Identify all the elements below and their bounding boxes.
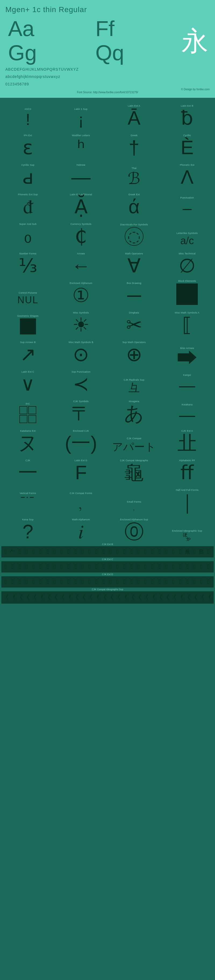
cjkcompatideographssup-label: CJK Compat Ideographs Sup (2, 587, 213, 591)
glyph-halffullfoms: Half And Full Forms ｜ (161, 483, 214, 513)
glyph-cyrillic: Cyrillic È (161, 129, 214, 158)
glyph-greek: Greek † (107, 129, 161, 158)
glyph-miscsymbols: Misc Symbols ☀ (54, 306, 108, 336)
cjkextb-section: CJK Ext B 𠂇 𠂉 𠂊 𠂋 𠂌 𠂍 𠂎 𠂏 𠂐 𠂑 𠂒 𠂓 𠂔 𠂕 𠂖 … (2, 542, 213, 557)
glyph-cyrillicsup: Cyrillic Sup ԁ (2, 158, 54, 188)
glyph-mathalphanum: Math Alphanum 𝑖 (54, 513, 108, 542)
glyph-latinextadd: Latin Ext Additional Ặ (54, 188, 108, 217)
glyph-mathops: Math Operators ∀ (107, 247, 161, 277)
glyph-blockelements: Block Elements (161, 277, 214, 306)
glyph-suppunctuation: Sup Punctuation ≺ (54, 365, 108, 395)
font-source: Font Source: http://www.fontke.com/font/… (5, 91, 210, 94)
glyph-miscmathb: Misc Math Symbols B ⊙ (54, 336, 108, 365)
font-title: Mgen+ 1c thin Regular (5, 5, 210, 14)
cjkextd-label: CJK Ext D (2, 573, 213, 576)
glyph-modletters: Modifier Letters ʰ (54, 129, 108, 158)
glyph-misctechnical: Misc Technical ∅ (161, 247, 214, 277)
char-aa: Aa (5, 17, 93, 41)
glyph-miscarrows: Misc Arrows (161, 336, 214, 365)
glyph-thai: Thai ℬ (107, 158, 161, 188)
glyph-ipaext: IPA Ext ɛ (2, 129, 54, 158)
glyph-katakanaext: Katakana Ext ヌ (2, 424, 54, 454)
glyph-enclideogsup: Enclosed Ideographic Sup 🈀 (161, 513, 214, 542)
glyph-miscmatha: Misc Math Symbols A ⟦ (161, 306, 214, 336)
header-section: Mgen+ 1c thin Regular Aa Ff Gg Qq 永 ABCD… (0, 0, 215, 98)
char-qq: Qq (93, 41, 180, 65)
cjkextb-banner: 𠂇 𠂉 𠂊 𠂋 𠂌 𠂍 𠂎 𠂏 𠂐 𠂑 𠂒 𠂓 𠂔 𠂕 𠂖 𠂗 𠂘 𠂙 𠂚 𠂛 … (2, 546, 213, 557)
cjkcompatideographssup-banner: 《 《 《 《 《 《 《 《 《 《 《 《 《 《 《 《 《 《 《 《 … (2, 591, 213, 604)
cjkextc-label: CJK Ext C (2, 557, 213, 561)
digits-row: 0123456789 (5, 81, 210, 87)
cjkextd-section: CJK Ext D 𫝀 𫝁 𫝂 𫝃 𫝄 𫝅 𫝆 𫝇 𫝈 𫝉 𫝊 𫝋 𫝌 𫝍 𫝎 … (2, 573, 213, 587)
alphabet-upper: ABCDEFGHIJKLMNOPQRSTUVWXYZ (5, 66, 210, 72)
glyph-phoneticextsup: Phonetic Ext Sup ᵭ (2, 188, 54, 217)
glyph-latinextd: Latin Ext D F (54, 454, 108, 483)
glyph-cjkexta: CJK Ext A 㐀 (161, 424, 214, 454)
glyph-hebrew: Hebrew — (54, 158, 108, 188)
glyph-latinextb: Latin Ext B ƀ (161, 99, 214, 129)
glyph-punctuation: Punctuation – (161, 188, 214, 217)
char-gg: Gg (5, 41, 93, 65)
cjkextc-section: CJK Ext C 𪛖 𪛗 𪛘 𪛙 𪛚 𪛛 𪛜 𪛝 𪛞 𪛟 𪛠 𪛡 𪛢 𪛣 𪛤 … (2, 557, 213, 573)
cjkextc-banner: 𪛖 𪛗 𪛘 𪛙 𪛚 𪛛 𪛜 𪛝 𪛞 𪛟 𪛠 𪛡 𪛢 𪛣 𪛤 𪛥 𪛦 𪛧 𪛨 𪛩 … (2, 561, 213, 573)
cjk-sample-char: 永 (180, 26, 210, 56)
alphabet-lower: abcdefghijklmnopqrstuvwxyz (5, 73, 210, 80)
glyph-kangxi: Kangxi — (161, 365, 214, 395)
cjkcompatideographssup-section: CJK Compat Ideographs Sup 《 《 《 《 《 《 《 … (2, 587, 213, 604)
glyph-geoshapes: Geometric Shapes (2, 306, 54, 336)
glyph-kanasup: Kana Sup ? (2, 513, 54, 542)
glyph-supmathops: Sup Math Operators ⊕ (107, 336, 161, 365)
glyph-numberforms: Number Forms ⅓ (2, 247, 54, 277)
glyph-greekext: Greek Ext ά (107, 188, 161, 217)
glyph-enclosedalpha: Enclosed Alphanum ① (54, 277, 108, 306)
glyph-cjkcompatforms: CJK Compat Forms ﹐ (54, 483, 108, 513)
latin-chars: Aa Ff Gg Qq (5, 17, 180, 65)
glyph-currency: Currency Symbols ₵ (54, 217, 108, 247)
glyph-controlpictures: Control Pictures NUL (2, 277, 54, 306)
glyph-katakana: Katakana — (161, 395, 214, 424)
glyph-grid-section: ASCII ! Latin 1 Sup ¡ Latin Ext A Ā Lati… (0, 98, 215, 605)
glyph-cjkradicalssup: CJK Radicals Sup ⺔ (107, 365, 161, 395)
glyph-cjkcompatideographs: CJK Compat Ideographs 龜 (107, 454, 161, 483)
glyph-suparrowsb: Sup Arrows B ↗ (2, 336, 54, 365)
glyph-etc: EtC (2, 395, 54, 424)
cjkextb-label: CJK Ext B (2, 542, 213, 546)
glyph-cjkcompat: CJK Compat アパート (107, 424, 161, 454)
glyph-phoneticext: Phonetic Ext Λ (161, 158, 214, 188)
glyph-grid: ASCII ! Latin 1 Sup ¡ Latin Ext A Ā Lati… (2, 99, 213, 542)
glyph-enclalphansumsup: Enclosed Alphanum Sup ⓪ (107, 513, 161, 542)
glyph-ascii: ASCII ! (2, 99, 54, 129)
glyph-latin1sup: Latin 1 Sup ¡ (54, 99, 108, 129)
glyph-dingbats: Dingbats ✂ (107, 306, 161, 336)
glyph-alphabeticpf: Alphabetic PF ﬀ (161, 454, 214, 483)
glyph-boxdrawing: Box Drawing ─ (107, 277, 161, 306)
glyph-diacriticals: Diacriticals For Symbols ◌ (107, 217, 161, 247)
glyph-cjksymbols: CJK Symbols 〒 (54, 395, 108, 424)
glyph-letterlike: Letterlike Symbols a/c (161, 217, 214, 247)
glyph-arrows: Arrows ← (54, 247, 108, 277)
glyph-verticalforms: Vertical Forms ﹊ (2, 483, 54, 513)
large-chars-display: Aa Ff Gg Qq 永 (5, 17, 210, 65)
glyph-enclcjk: Enclosed CJK (一) (54, 424, 108, 454)
copyright: © Design by fontke.com (5, 88, 210, 91)
glyph-latinextc: Latin Ext C ∨ (2, 365, 54, 395)
glyph-latinexta: Latin Ext A Ā (107, 99, 161, 129)
cjkextd-banner: 𫝀 𫝁 𫝂 𫝃 𫝄 𫝅 𫝆 𫝇 𫝈 𫝉 𫝊 𫝋 𫝌 𫝍 𫝎 𫝏 𫝐 𫝑 𫝒 𫝓 … (2, 576, 213, 587)
glyph-smallforms: Small Forms ﹐ (107, 483, 161, 513)
glyph-cjk: CJK 一 (2, 454, 54, 483)
glyph-superandsub: Super And Sub ₀ (2, 217, 54, 247)
glyph-hiragana: Hiragana あ (107, 395, 161, 424)
char-ff: Ff (93, 17, 180, 41)
